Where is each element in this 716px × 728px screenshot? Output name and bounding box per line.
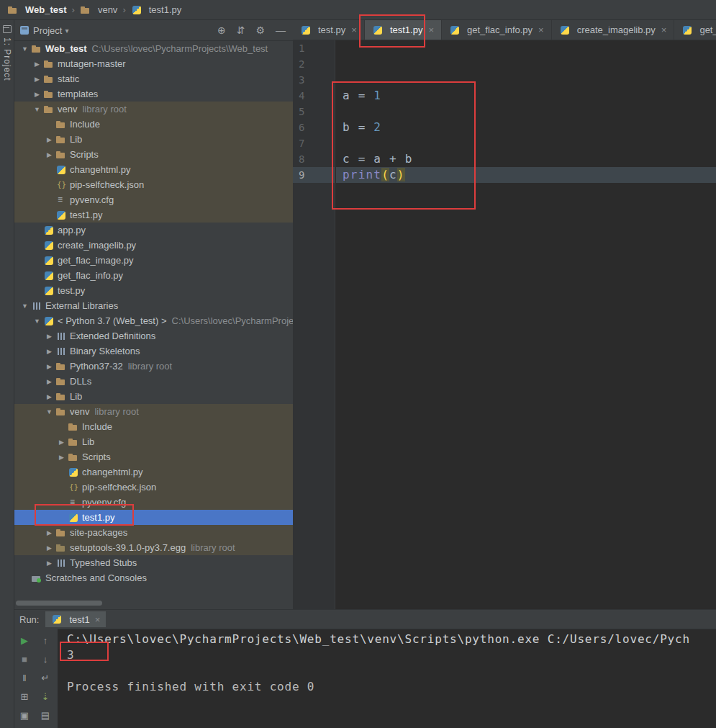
editor-tab-test.py[interactable]: test.py× (293, 20, 365, 40)
pin-icon[interactable]: ▣ (16, 706, 33, 724)
restore-layout-icon[interactable]: ⊞ (16, 688, 33, 705)
tree-item-site-packages[interactable]: ▶site-packages (14, 525, 293, 540)
tree-item-Scripts[interactable]: ▶Scripts (14, 449, 293, 464)
tree-item-venv[interactable]: ▼venvlibrary root (14, 404, 293, 419)
soft-wrap-icon[interactable]: ↵ (37, 669, 54, 686)
tree-item-Scratches and Consoles[interactable]: Scratches and Consoles (14, 570, 293, 585)
tree-item-sub: library root (191, 542, 235, 553)
tree-item-Include[interactable]: Include (14, 419, 293, 434)
tree-item-label: app.py (58, 225, 86, 235)
horizontal-scrollbar[interactable] (16, 601, 102, 606)
tree-expanded-arrow-icon[interactable]: ▼ (31, 106, 43, 113)
tree-item-mutagen-master[interactable]: ▶mutagen-master (14, 56, 293, 71)
breadcrumb-item-venv[interactable]: venv (80, 4, 117, 15)
tree-item-Typeshed Stubs[interactable]: ▶Typeshed Stubs (14, 555, 293, 570)
editor-tab-get_flac_image.py[interactable]: get_flac_image.py× (674, 20, 716, 40)
tree-item-label: Include (70, 119, 100, 130)
tree-collapsed-arrow-icon[interactable]: ▶ (43, 151, 55, 158)
tree-collapsed-arrow-icon[interactable]: ▶ (43, 544, 55, 552)
tree-collapsed-arrow-icon[interactable]: ▶ (43, 136, 55, 143)
tool-window-button-project[interactable]: 1: Project (2, 37, 12, 81)
print-icon[interactable]: ▤ (37, 706, 54, 724)
tree-expanded-arrow-icon[interactable]: ▼ (19, 302, 31, 310)
close-icon[interactable]: × (538, 24, 544, 35)
tree-item-Lib[interactable]: ▶Lib (14, 389, 293, 404)
move-down-icon[interactable]: ↓ (37, 650, 54, 668)
project-panel-title[interactable]: Project (33, 25, 62, 36)
tree-item-Include[interactable]: Include (14, 117, 293, 132)
breadcrumb-label: venv (98, 4, 117, 15)
tree-item-get_flac_info.py[interactable]: get_flac_info.py (14, 268, 293, 283)
breadcrumb-item-test1.py[interactable]: test1.py (131, 4, 182, 15)
tree-item-pyvenv.cfg[interactable]: pyvenv.cfg (14, 192, 293, 207)
tree-collapsed-arrow-icon[interactable]: ▶ (43, 363, 55, 370)
tree-collapsed-arrow-icon[interactable]: ▶ (43, 560, 55, 567)
tree-item-pyvenv.cfg[interactable]: pyvenv.cfg (14, 495, 293, 510)
tree-collapsed-arrow-icon[interactable]: ▶ (55, 439, 68, 446)
tree-item-pip-selfcheck.json[interactable]: pip-selfcheck.json (14, 480, 293, 495)
pause-button[interactable]: ‖ (16, 669, 33, 686)
tree-item-changehtml.py[interactable]: changehtml.py (14, 162, 293, 177)
tree-item-templates[interactable]: ▶templates (14, 86, 293, 102)
tree-expanded-arrow-icon[interactable]: ▼ (31, 318, 43, 325)
python-icon (55, 165, 67, 175)
tree-collapsed-arrow-icon[interactable]: ▶ (55, 454, 68, 461)
project-view-icon (20, 26, 29, 35)
breadcrumb-item-Web_test[interactable]: Web_test (7, 4, 67, 15)
scroll-to-end-icon[interactable]: ⇣ (37, 688, 54, 705)
close-icon[interactable]: × (428, 24, 434, 35)
editor-tab-get_flac_info.py[interactable]: get_flac_info.py× (442, 20, 552, 40)
tree-item-changehtml.py[interactable]: changehtml.py (14, 464, 293, 480)
tree-item-label: Lib (82, 436, 94, 447)
rerun-button[interactable]: ▶ (16, 632, 33, 649)
tree-item-venv[interactable]: ▼venvlibrary root (14, 102, 293, 117)
settings-icon[interactable]: ⚙ (255, 25, 265, 35)
tree-item-app.py[interactable]: app.py (14, 223, 293, 238)
dropdown-arrow-icon[interactable]: ▾ (65, 27, 68, 35)
tree-item-< Python 3.7 (Web_test) >[interactable]: ▼< Python 3.7 (Web_test) >C:\Users\lovec… (14, 313, 293, 328)
close-icon[interactable]: × (95, 614, 101, 625)
tree-item-External Libraries[interactable]: ▼External Libraries (14, 298, 293, 313)
tree-item-test.py[interactable]: test.py (14, 283, 293, 298)
tree-item-Lib[interactable]: ▶Lib (14, 132, 293, 147)
tree-item-Extended Definitions[interactable]: ▶Extended Definitions (14, 328, 293, 343)
editor-tab-create_imagelib.py[interactable]: create_imagelib.py× (552, 20, 675, 40)
tree-item-static[interactable]: ▶static (14, 71, 293, 86)
tree-item-Scripts[interactable]: ▶Scripts (14, 147, 293, 162)
tree-collapsed-arrow-icon[interactable]: ▶ (31, 60, 43, 68)
tree-item-label: templates (58, 89, 98, 99)
tree-collapsed-arrow-icon[interactable]: ▶ (31, 91, 43, 98)
tree-item-create_imagelib.py[interactable]: create_imagelib.py (14, 238, 293, 253)
tree-collapsed-arrow-icon[interactable]: ▶ (43, 378, 55, 385)
tree-item-test1.py[interactable]: test1.py (14, 510, 293, 525)
stop-button[interactable]: ■ (16, 650, 33, 668)
tree-collapsed-arrow-icon[interactable]: ▶ (43, 333, 55, 340)
close-icon[interactable]: × (351, 24, 357, 35)
collapse-all-icon[interactable]: ⇵ (237, 25, 245, 35)
tree-item-DLLs[interactable]: ▶DLLs (14, 374, 293, 389)
tree-item-Lib[interactable]: ▶Lib (14, 434, 293, 449)
tree-collapsed-arrow-icon[interactable]: ▶ (43, 529, 55, 536)
hide-panel-icon[interactable]: — (276, 25, 286, 35)
tree-collapsed-arrow-icon[interactable]: ▶ (43, 393, 55, 400)
run-tab-test1[interactable]: test1 × (45, 611, 106, 627)
python-icon (68, 513, 79, 523)
tree-collapsed-arrow-icon[interactable]: ▶ (43, 348, 55, 355)
tree-item-get_flac_image.py[interactable]: get_flac_image.py (14, 253, 293, 268)
console-output-value: 3 (67, 647, 716, 663)
run-console[interactable]: C:\Users\lovec\PycharmProjects\Web_test\… (58, 629, 716, 728)
tree-item-test1.py[interactable]: test1.py (14, 207, 293, 223)
tree-item-Web_test[interactable]: ▼Web_testC:\Users\lovec\PycharmProjects\… (14, 41, 293, 56)
editor[interactable]: a = 1b = 2c = a + bprint(c) (336, 40, 716, 609)
tree-expanded-arrow-icon[interactable]: ▼ (43, 408, 55, 415)
move-up-icon[interactable]: ↑ (37, 632, 54, 649)
tree-item-Python37-32[interactable]: ▶Python37-32library root (14, 359, 293, 374)
tree-item-Binary Skeletons[interactable]: ▶Binary Skeletons (14, 343, 293, 359)
tree-collapsed-arrow-icon[interactable]: ▶ (31, 76, 43, 83)
tree-expanded-arrow-icon[interactable]: ▼ (19, 45, 31, 53)
close-icon[interactable]: × (661, 24, 667, 35)
locate-file-icon[interactable]: ⊕ (217, 25, 226, 35)
editor-tab-test1.py[interactable]: test1.py× (365, 20, 442, 40)
tree-item-setuptools-39.1.0-py3.7.egg[interactable]: ▶setuptools-39.1.0-py3.7.egglibrary root (14, 540, 293, 555)
tree-item-pip-selfcheck.json[interactable]: pip-selfcheck.json (14, 177, 293, 192)
